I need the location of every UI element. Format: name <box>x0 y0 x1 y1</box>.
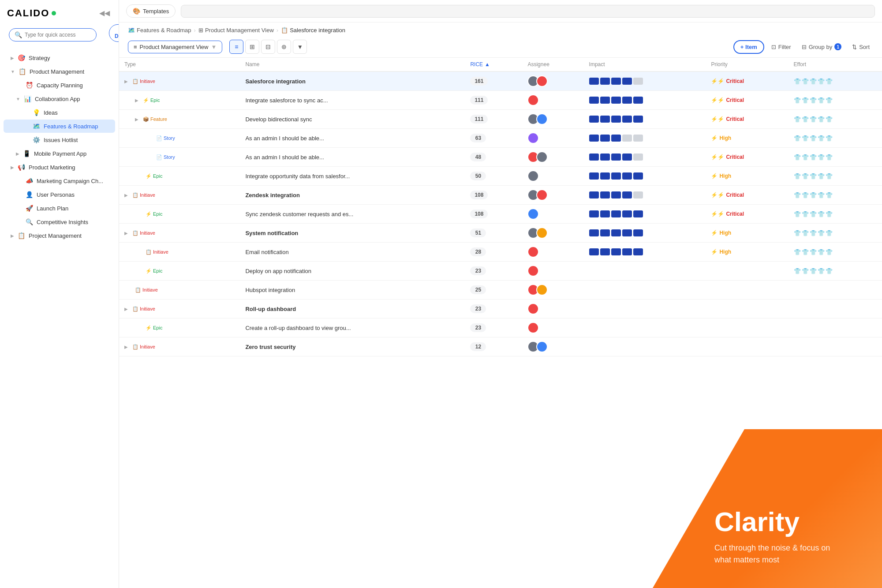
sidebar-item-features-roadmap[interactable]: 🗺️ Features & Roadmap <box>4 120 115 133</box>
sidebar-item-mobile-payment-app[interactable]: ▶ 📱 Mobile Payment App <box>4 147 115 160</box>
effort-icon-empty: 👕 <box>810 192 817 198</box>
templates-label: Templates <box>143 8 169 15</box>
item-name: Sync zendesk customer requests and es... <box>245 211 353 217</box>
col-header-type[interactable]: Type <box>119 58 240 71</box>
col-header-assignee[interactable]: Assignee <box>522 58 583 71</box>
cell-effort: 👕👕👕👕👕 <box>789 110 882 129</box>
groupby-button[interactable]: ⊟ Group by 1 <box>798 41 845 53</box>
cell-rice: 28 <box>465 243 522 262</box>
table-row: ▶ 📋 Initiave System notification51 ⚡ Hig… <box>119 224 882 243</box>
nav-icon: 🔍 <box>26 218 33 225</box>
impact-bar-filled <box>633 97 643 104</box>
breadcrumb-item-0[interactable]: 🗺️ Features & Roadmap <box>128 27 191 34</box>
priority-badge: ⚡⚡ Critical <box>711 154 783 160</box>
view-list-button[interactable]: ≡ <box>229 40 243 54</box>
view-selector[interactable]: ≡ Product Management View ▼ <box>128 41 222 53</box>
topbar-search-input[interactable] <box>181 5 875 18</box>
sidebar-item-label: Marketing Campaign Ch... <box>37 178 103 184</box>
row-chevron-icon[interactable]: ▶ <box>124 193 128 198</box>
sidebar-nav: ▶ 🎯 Strategy ▼ 📋 Product Management ⏰ Ca… <box>0 49 119 588</box>
impact-bar-filled <box>589 172 599 180</box>
cell-name: Hubspot integration <box>240 281 465 300</box>
sidebar-item-user-personas[interactable]: 👤 User Personas <box>4 188 115 201</box>
row-chevron-icon[interactable]: ▶ <box>124 345 128 349</box>
cell-priority <box>706 337 788 356</box>
breadcrumb-item-2: 📋 Salesforce integration <box>281 27 345 34</box>
view-board-button[interactable]: ⊟ <box>261 40 275 54</box>
sidebar-search-container[interactable]: 🔍 <box>9 28 97 41</box>
breadcrumb-icon: ⊞ <box>198 27 203 34</box>
col-header-name[interactable]: Name <box>240 58 465 71</box>
cell-impact <box>584 337 706 356</box>
sidebar-item-launch-plan[interactable]: 🚀 Launch Plan <box>4 202 115 215</box>
cell-type: ⚡ Epic <box>119 262 240 281</box>
col-header-rice[interactable]: RICE ▲ <box>465 58 522 71</box>
effort-icons: 👕👕👕👕👕 <box>794 154 877 161</box>
assignee-avatars <box>527 151 578 163</box>
sort-asc-icon: ▲ <box>485 61 490 67</box>
col-label: Assignee <box>527 61 549 67</box>
effort-icon-empty: 👕 <box>802 97 809 104</box>
impact-bars <box>589 78 701 85</box>
sidebar-item-strategy[interactable]: ▶ 🎯 Strategy <box>4 51 115 64</box>
view-timeline-button[interactable]: ⊛ <box>277 40 291 54</box>
sidebar-item-ideas[interactable]: 💡 Ideas <box>4 106 115 119</box>
effort-icon-empty: 👕 <box>826 173 833 180</box>
logo: CALIDO <box>7 7 56 19</box>
templates-button[interactable]: 🎨 Templates <box>126 4 176 18</box>
chevron-icon: ▶ <box>11 56 14 60</box>
sidebar-item-competitive-insights[interactable]: 🔍 Competitive Insights <box>4 215 115 228</box>
cell-effort: 👕👕👕👕👕 <box>789 167 882 186</box>
impact-bar-empty <box>633 191 643 198</box>
sidebar-item-capacity-planning[interactable]: ⏰ Capacity Planning <box>4 79 115 92</box>
item-name: Zendesk integration <box>245 192 300 198</box>
col-header-effort[interactable]: Effort <box>789 58 882 71</box>
priority-icon: ⚡⚡ <box>711 154 724 160</box>
assignee-avatars <box>527 284 578 296</box>
assignee-avatars <box>527 341 578 352</box>
type-badge: 📋 Initiave <box>143 248 171 256</box>
view-more-button[interactable]: ▼ <box>293 40 307 54</box>
nav-icon: 🚀 <box>26 205 33 212</box>
view-grid-button[interactable]: ⊞ <box>245 40 259 54</box>
row-chevron-icon[interactable]: ▶ <box>124 307 128 311</box>
chevron-icon: ▶ <box>11 165 14 170</box>
impact-bar-filled <box>611 116 621 123</box>
sidebar-item-issues-hotlist[interactable]: ⚙️ Issues Hotlist <box>4 133 115 146</box>
row-chevron-icon[interactable]: ▶ <box>135 117 138 122</box>
sidebar-item-product-management[interactable]: ▼ 📋 Product Management <box>4 65 115 78</box>
col-header-priority[interactable]: Priority <box>706 58 788 71</box>
impact-bar-filled <box>622 116 632 123</box>
priority-badge: ⚡⚡ Critical <box>711 211 783 217</box>
nav-icon: 🗺️ <box>33 123 40 130</box>
row-chevron-icon[interactable]: ▶ <box>124 231 128 236</box>
sidebar-item-collaboration-app[interactable]: ▼ 📊 Collaboration App <box>4 92 115 105</box>
sidebar-item-product-marketing[interactable]: ▶ 📢 Product Marketing <box>4 161 115 174</box>
item-name: As an admin I should be able... <box>245 154 324 161</box>
collapse-sidebar-button[interactable]: ◀◀ <box>97 7 112 19</box>
filter-icon: ⊡ <box>771 44 776 50</box>
sort-button[interactable]: ⇅ Sort <box>848 41 873 53</box>
cell-type: 📄 Story <box>119 148 240 167</box>
sidebar-search-input[interactable] <box>25 32 91 38</box>
assignee-avatars <box>527 322 578 333</box>
cell-type: ⚡ Epic <box>119 205 240 224</box>
row-chevron-icon[interactable]: ▶ <box>124 79 128 84</box>
topbar: 🎨 Templates <box>119 0 882 22</box>
row-chevron-icon[interactable]: ▶ <box>135 98 138 103</box>
priority-icon: ⚡ <box>711 230 718 236</box>
add-item-button[interactable]: + Item <box>733 40 764 54</box>
impact-bars <box>589 229 701 236</box>
item-name: Deploy on app notification <box>245 268 311 274</box>
col-header-impact[interactable]: Impact <box>584 58 706 71</box>
sidebar-item-project-management[interactable]: ▶ 📋 Project Management <box>4 229 115 242</box>
filter-button[interactable]: ⊡ Filter <box>768 41 795 53</box>
type-badge: 📄 Story <box>153 154 178 161</box>
rice-score: 111 <box>470 96 488 105</box>
effort-icons: 👕👕👕👕👕 <box>794 78 877 85</box>
sidebar-item-label: Competitive Insights <box>37 219 88 225</box>
impact-bar-empty <box>633 135 643 142</box>
sidebar-item-marketing-campaign[interactable]: 📣 Marketing Campaign Ch... <box>4 174 115 187</box>
add-data-button[interactable]: + Data <box>109 24 119 42</box>
breadcrumb-item-1[interactable]: ⊞ Product Management View <box>198 27 274 34</box>
